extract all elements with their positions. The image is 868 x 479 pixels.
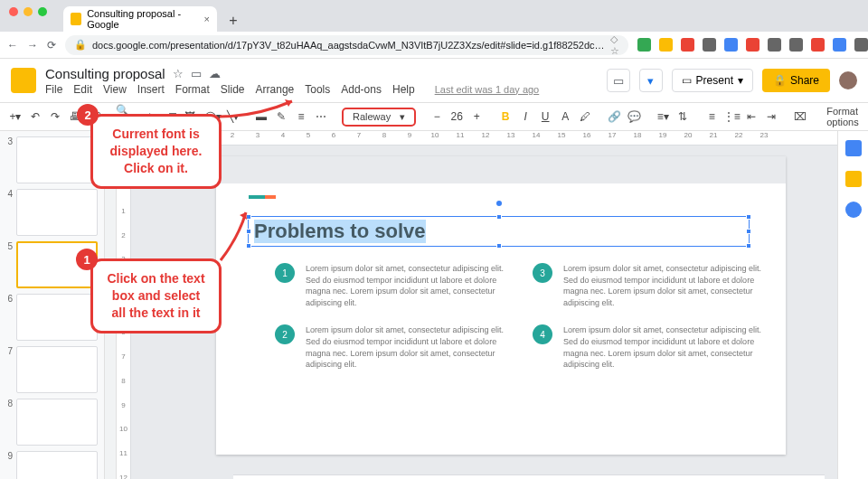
extension-icon[interactable]	[681, 38, 694, 52]
extension-icon[interactable]	[703, 38, 716, 52]
italic-button[interactable]: I	[517, 107, 533, 127]
resize-handle-n[interactable]	[496, 214, 502, 220]
side-app-icon[interactable]	[845, 140, 862, 156]
bulleted-list-button[interactable]: ⋮≡	[723, 107, 740, 127]
extension-icon[interactable]	[637, 38, 651, 52]
reload-icon[interactable]: ⟳	[47, 39, 56, 52]
extension-icon[interactable]	[768, 38, 781, 52]
extension-icon[interactable]	[833, 38, 846, 52]
menu-slide[interactable]: Slide	[221, 83, 245, 96]
cloud-status-icon[interactable]: ☁	[209, 67, 221, 80]
increase-indent-button[interactable]: ⇥	[763, 107, 779, 127]
item-text: Lorem ipsum dolor sit amet, consectetur …	[306, 324, 505, 370]
font-size[interactable]: 26	[448, 107, 465, 127]
slide-item[interactable]: 4Lorem ipsum dolor sit amet, consectetur…	[533, 324, 763, 370]
add-comment-button[interactable]: 💬	[626, 107, 642, 127]
account-avatar[interactable]	[839, 71, 857, 89]
slide-thumbnail[interactable]	[16, 451, 98, 479]
thumb-number: 7	[4, 346, 13, 393]
slide-item[interactable]: 1Lorem ipsum dolor sit amet, consectetur…	[275, 263, 505, 308]
slide-item[interactable]: 3Lorem ipsum dolor sit amet, consectetur…	[533, 263, 763, 308]
highlight-button[interactable]: 🖊	[577, 107, 593, 127]
title-textbox[interactable]: Problems to solve	[248, 216, 750, 247]
side-app-icon[interactable]	[845, 171, 862, 187]
thumb-number: 4	[4, 189, 13, 236]
present-button[interactable]: ▭ Present ▾	[672, 69, 753, 92]
address-bar[interactable]: 🔒 docs.google.com/presentation/d/17pY3V_…	[65, 35, 628, 55]
menu-file[interactable]: File	[45, 83, 62, 96]
side-app-icon[interactable]	[845, 202, 862, 218]
resize-handle-e[interactable]	[746, 229, 751, 234]
menu-tools[interactable]: Tools	[305, 83, 330, 96]
undo-button[interactable]: ↶	[27, 107, 43, 127]
extension-icon[interactable]	[811, 38, 825, 52]
slide-thumbnail[interactable]	[16, 399, 98, 446]
slides-logo[interactable]	[11, 68, 36, 93]
back-icon[interactable]: ←	[7, 39, 18, 52]
move-icon[interactable]: ▭	[191, 67, 202, 80]
last-edit[interactable]: Last edit was 1 day ago	[435, 84, 540, 95]
resize-handle-se[interactable]	[746, 243, 751, 249]
speaker-notes[interactable]: Click to add speaker notes	[233, 474, 825, 479]
decrease-font-button[interactable]: −	[429, 107, 445, 127]
share-button[interactable]: 🔒 Share	[762, 69, 830, 92]
meet-icon[interactable]: ▭	[607, 69, 630, 92]
increase-font-button[interactable]: +	[468, 107, 485, 127]
bold-button[interactable]: B	[497, 107, 514, 127]
minimize-dot[interactable]	[24, 7, 33, 16]
menu-view[interactable]: View	[103, 83, 127, 96]
link-button[interactable]: 🔗	[606, 107, 622, 127]
clear-formatting-button[interactable]: ⌧	[792, 107, 808, 127]
menu-help[interactable]: Help	[392, 83, 415, 96]
thumb-number: 8	[4, 399, 13, 446]
maximize-dot[interactable]	[38, 7, 47, 16]
menu-format[interactable]: Format	[175, 83, 210, 96]
extension-icon[interactable]	[789, 38, 803, 52]
new-slide-button[interactable]: +▾	[7, 107, 24, 127]
document-title[interactable]: Consulting proposal	[45, 66, 165, 81]
rotate-handle[interactable]	[496, 201, 502, 206]
close-tab-icon[interactable]: ×	[204, 14, 210, 24]
comment-icon[interactable]: ▾	[639, 69, 663, 92]
horizontal-ruler: 11234567891011121314151617181920212223	[117, 131, 837, 146]
redo-button[interactable]: ↷	[47, 107, 63, 127]
decrease-indent-button[interactable]: ⇤	[743, 107, 760, 127]
slides-favicon	[71, 13, 81, 25]
forward-icon[interactable]: →	[27, 39, 38, 52]
slide-thumbnail[interactable]	[16, 189, 98, 236]
numbered-list-button[interactable]: ≡	[703, 107, 720, 127]
border-dash-button[interactable]: ⋯	[313, 107, 329, 127]
menu-arrange[interactable]: Arrange	[256, 83, 295, 96]
resize-handle-ne[interactable]	[746, 214, 751, 220]
slide-canvas[interactable]: Problems to solve 1Lorem ipsum dolor sit…	[216, 156, 786, 455]
item-number: 4	[533, 324, 552, 344]
menu-insert[interactable]: Insert	[137, 83, 165, 96]
slide-item[interactable]: 2Lorem ipsum dolor sit amet, consectetur…	[275, 324, 505, 370]
line-spacing-button[interactable]: ⇅	[675, 107, 691, 127]
text-color-button[interactable]: A	[557, 107, 573, 127]
slide-thumbnail[interactable]	[16, 294, 98, 341]
extension-icon[interactable]	[724, 38, 738, 52]
resize-handle-s[interactable]	[496, 243, 502, 249]
slide-thumbnail[interactable]	[16, 136, 98, 183]
extension-icon[interactable]	[659, 38, 673, 52]
font-selector[interactable]: Raleway ▾	[342, 108, 416, 127]
menu-add-ons[interactable]: Add-ons	[341, 83, 382, 96]
browser-tab[interactable]: Consulting proposal - Google ×	[63, 6, 217, 32]
align-button[interactable]: ≡▾	[655, 107, 671, 127]
menu-edit[interactable]: Edit	[73, 83, 92, 96]
lock-icon: 🔒	[74, 39, 87, 51]
slide-title-text[interactable]: Problems to solve	[254, 220, 426, 243]
star-icon[interactable]: ☆	[173, 67, 184, 80]
annotation-badge-2: 2	[77, 104, 99, 126]
underline-button[interactable]: U	[537, 107, 553, 127]
close-dot[interactable]	[9, 7, 18, 16]
theme-bar	[216, 156, 786, 183]
extension-icon[interactable]	[746, 38, 760, 52]
annotation-arrow-1	[221, 210, 266, 267]
slide-thumbnail[interactable]	[16, 346, 98, 393]
new-tab-button[interactable]: +	[222, 10, 244, 32]
format-options-button[interactable]: Format options	[821, 106, 863, 127]
annotation-badge-1: 1	[76, 249, 98, 270]
extension-icon[interactable]	[854, 38, 868, 52]
